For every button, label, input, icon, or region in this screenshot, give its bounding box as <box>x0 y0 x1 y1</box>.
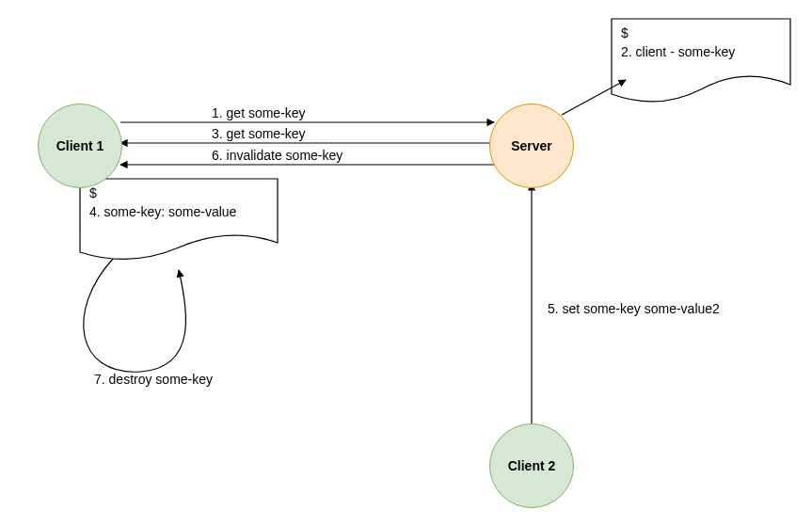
label-e1: 1. get some-key <box>212 105 306 120</box>
node-server-label: Server <box>511 138 552 153</box>
node-client-1: Client 1 <box>38 104 122 188</box>
node-client-1-label: Client 1 <box>56 138 104 153</box>
node-server: Server <box>489 104 574 188</box>
edge-server-to-doc <box>562 80 626 115</box>
server-doc-line: 2. client - some-key <box>621 43 781 62</box>
label-e3: 3. get some-key <box>212 126 306 141</box>
edge-destroy-some-key <box>84 259 186 372</box>
client1-doc-prompt: $ <box>89 184 268 203</box>
server-doc-prompt: $ <box>621 24 781 43</box>
diagram-stage: Client 1 Server Client 2 $ 2. client - s… <box>0 0 812 526</box>
client1-doc-line: 4. some-key: some-value <box>89 203 268 222</box>
node-client-2: Client 2 <box>489 423 574 508</box>
label-e6: 6. invalidate some-key <box>212 148 342 163</box>
node-client-2-label: Client 2 <box>508 458 556 473</box>
client1-doc: $ 4. some-key: some-value <box>80 179 278 235</box>
edges-layer <box>0 0 812 526</box>
server-doc: $ 2. client - some-key <box>612 19 790 75</box>
label-e7: 7. destroy some-key <box>94 372 213 387</box>
label-e5: 5. set some-key some-value2 <box>548 301 720 316</box>
